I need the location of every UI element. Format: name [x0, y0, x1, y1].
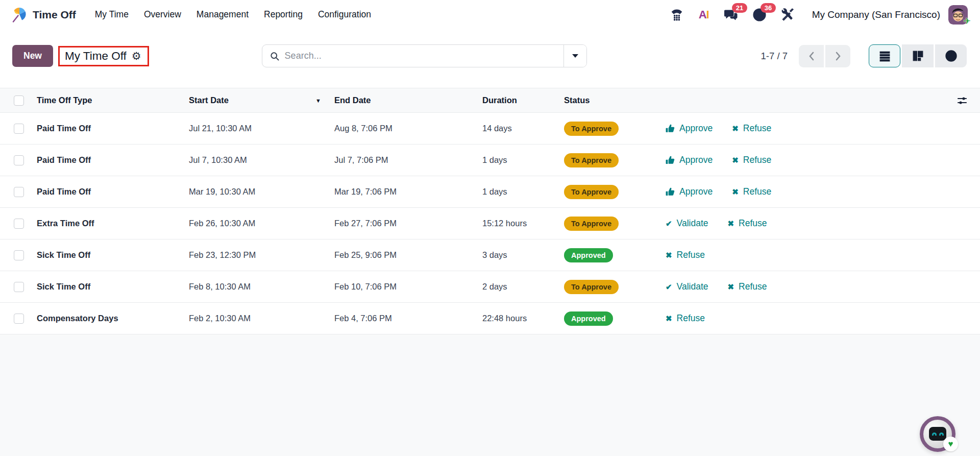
cell-actions: Approve✖Refuse [661, 123, 944, 134]
activities-clock-icon[interactable]: 36 [753, 8, 766, 21]
column-header-end-date[interactable]: End Date [329, 95, 477, 105]
kanban-view-button[interactable] [902, 44, 934, 67]
refuse-button[interactable]: ✖Refuse [728, 218, 767, 229]
close-icon: ✖ [728, 219, 734, 228]
refuse-button[interactable]: ✖Refuse [732, 155, 771, 165]
close-icon: ✖ [666, 251, 672, 260]
list-view-icon [878, 50, 891, 62]
cell-end-date: Feb 27, 7:06 PM [329, 219, 477, 228]
softphone-icon[interactable] [670, 8, 683, 21]
row-checkbox[interactable] [14, 219, 24, 229]
cell-start-date: Jul 21, 10:30 AM [184, 124, 329, 133]
table-row[interactable]: Paid Time Off Mar 19, 10:30 AM Mar 19, 7… [0, 176, 980, 208]
cell-time-off-type: Compensatory Days [31, 314, 184, 323]
cell-actions: ✔Validate✖Refuse [661, 218, 944, 229]
nav-item-reporting[interactable]: Reporting [256, 4, 310, 25]
cell-end-date: Jul 7, 7:06 PM [329, 155, 477, 165]
column-header-time-off-type[interactable]: Time Off Type [31, 95, 184, 105]
nav-item-my-time[interactable]: My Time [87, 4, 136, 25]
table-row[interactable]: Paid Time Off Jul 7, 10:30 AM Jul 7, 7:0… [0, 145, 980, 176]
cell-actions: ✖Refuse [661, 313, 944, 324]
table-row[interactable]: Paid Time Off Jul 21, 10:30 AM Aug 8, 7:… [0, 113, 980, 145]
table-row[interactable]: Sick Time Off Feb 23, 12:30 PM Feb 25, 9… [0, 239, 980, 271]
chatbot-face-icon [929, 427, 946, 441]
refuse-button[interactable]: ✖Refuse [732, 123, 771, 134]
optional-columns-button[interactable] [944, 94, 980, 107]
approve-button[interactable]: Approve [666, 186, 713, 197]
user-avatar[interactable]: ✈ [948, 5, 968, 25]
cell-end-date: Aug 8, 7:06 PM [329, 124, 477, 133]
nav-item-configuration[interactable]: Configuration [310, 4, 379, 25]
nav-item-overview[interactable]: Overview [136, 4, 189, 25]
cell-start-date: Feb 26, 10:30 AM [184, 219, 329, 228]
sliders-icon [956, 94, 968, 107]
pager-range[interactable]: 1-7 / 7 [761, 51, 788, 62]
row-checkbox[interactable] [14, 187, 24, 197]
cell-duration: 22:48 hours [477, 314, 559, 323]
messages-icon[interactable]: 21 [724, 8, 738, 21]
column-header-duration[interactable]: Duration [477, 95, 559, 105]
search-icon [270, 51, 280, 61]
time-off-app-logo-icon[interactable] [11, 7, 28, 23]
app-name[interactable]: Time Off [33, 9, 76, 21]
validate-button[interactable]: ✔Validate [666, 218, 708, 229]
approve-button[interactable]: Approve [666, 155, 713, 165]
column-header-start-date[interactable]: Start Date ▼ [184, 95, 329, 105]
thumbs-up-icon [666, 156, 675, 165]
row-checkbox[interactable] [14, 155, 24, 165]
search-dropdown-toggle[interactable] [564, 45, 586, 67]
messages-count-badge: 21 [732, 3, 747, 13]
ai-assistant-icon[interactable]: AI [699, 8, 709, 21]
row-checkbox[interactable] [14, 250, 24, 260]
row-checkbox[interactable] [14, 314, 24, 324]
cell-actions: Approve✖Refuse [661, 186, 944, 197]
cell-start-date: Feb 8, 10:30 AM [184, 282, 329, 292]
cell-start-date: Feb 2, 10:30 AM [184, 314, 329, 323]
approve-button[interactable]: Approve [666, 123, 713, 134]
refuse-button[interactable]: ✖Refuse [666, 313, 705, 324]
status-badge: Approved [564, 311, 613, 326]
cell-end-date: Feb 25, 9:06 PM [329, 250, 477, 260]
cell-duration: 15:12 hours [477, 219, 559, 228]
pager-previous-button[interactable] [799, 45, 824, 67]
annotation-highlight: My Time Off ⚙ [58, 46, 149, 66]
status-badge: To Approve [564, 122, 619, 136]
status-badge: To Approve [564, 185, 619, 199]
table-row[interactable]: Extra Time Off Feb 26, 10:30 AM Feb 27, … [0, 208, 980, 239]
view-actions-gear-icon[interactable]: ⚙ [132, 51, 141, 61]
search-input[interactable] [285, 51, 556, 61]
pager-next-button[interactable] [825, 45, 850, 67]
cell-start-date: Mar 19, 10:30 AM [184, 187, 329, 197]
cell-time-off-type: Extra Time Off [31, 219, 184, 228]
validate-button[interactable]: ✔Validate [666, 281, 708, 292]
refuse-button[interactable]: ✖Refuse [728, 281, 767, 292]
thumbs-up-icon [666, 124, 675, 133]
debug-tools-icon[interactable] [781, 8, 795, 21]
refuse-button[interactable]: ✖Refuse [732, 186, 771, 197]
thumbs-up-icon [666, 187, 675, 197]
status-badge: To Approve [564, 280, 619, 294]
new-button[interactable]: New [12, 45, 53, 67]
row-checkbox[interactable] [14, 124, 24, 134]
cell-time-off-type: Paid Time Off [31, 155, 184, 165]
view-switcher [869, 44, 967, 67]
table-row[interactable]: Compensatory Days Feb 2, 10:30 AM Feb 4,… [0, 303, 980, 334]
table-row[interactable]: Sick Time Off Feb 8, 10:30 AM Feb 10, 7:… [0, 271, 980, 303]
cell-actions: ✖Refuse [661, 250, 944, 260]
activity-view-button[interactable] [935, 44, 967, 67]
nav-item-management[interactable]: Management [189, 4, 256, 25]
livechat-button[interactable]: ♥ [920, 416, 955, 452]
kanban-view-icon [912, 50, 924, 62]
status-badge: To Approve [564, 153, 619, 167]
cell-end-date: Feb 4, 7:06 PM [329, 314, 477, 323]
column-header-status[interactable]: Status [559, 95, 661, 105]
list-view-button[interactable] [869, 44, 900, 67]
row-checkbox[interactable] [14, 282, 24, 292]
cell-duration: 1 days [477, 187, 559, 197]
cell-duration: 3 days [477, 250, 559, 260]
refuse-button[interactable]: ✖Refuse [666, 250, 705, 260]
cell-start-date: Jul 7, 10:30 AM [184, 155, 329, 165]
select-all-checkbox[interactable] [14, 95, 24, 106]
on-leave-plane-icon: ✈ [964, 16, 971, 27]
company-switcher[interactable]: My Company (San Francisco) [812, 9, 940, 20]
